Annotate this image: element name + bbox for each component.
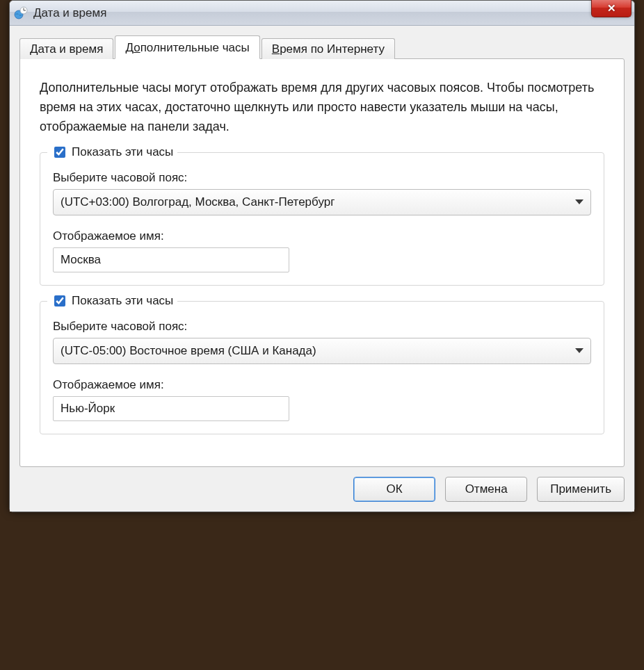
close-button[interactable]: ✕	[591, 0, 631, 17]
cancel-button[interactable]: Отмена	[445, 477, 527, 502]
tab-additional-clocks[interactable]: Дополнительные часы	[115, 35, 259, 59]
clock1-tz-value: (UTC+03:00) Волгоград, Москва, Санкт-Пет…	[61, 195, 335, 209]
clock1-show-label: Показать эти часы	[72, 145, 173, 159]
clock2-tz-label: Выберите часовой пояс:	[53, 320, 591, 334]
tab-date-time[interactable]: Дата и время	[19, 38, 113, 59]
description-text: Дополнительные часы могут отображать вре…	[40, 79, 604, 137]
apply-button[interactable]: Применить	[537, 477, 625, 502]
tab-panel: Дополнительные часы могут отображать вре…	[19, 58, 625, 467]
clock2-show-checkbox[interactable]	[54, 295, 65, 307]
clock1-tz-label: Выберите часовой пояс:	[53, 171, 591, 185]
clock2-tz-combo[interactable]: (UTC-05:00) Восточное время (США и Канад…	[53, 338, 591, 364]
clock-world-icon	[14, 6, 28, 20]
button-row: ОК Отмена Применить	[19, 477, 625, 502]
clock2-legend: Показать эти часы	[47, 293, 177, 309]
chevron-down-icon	[575, 348, 583, 353]
client-area: Дата и время Дополнительные часы Время п…	[10, 26, 634, 512]
clock2-tz-value: (UTC-05:00) Восточное время (США и Канад…	[61, 344, 316, 358]
chevron-down-icon	[575, 199, 583, 204]
titlebar: Дата и время ✕	[10, 1, 634, 26]
clock2-name-input[interactable]	[53, 396, 289, 421]
clock1-group: Показать эти часы Выберите часовой пояс:…	[40, 152, 604, 286]
clock2-group: Показать эти часы Выберите часовой пояс:…	[40, 301, 604, 434]
tab-internet-time[interactable]: Время по Интернету	[261, 38, 395, 59]
window-title: Дата и время	[33, 6, 106, 20]
clock1-name-label: Отображаемое имя:	[53, 229, 591, 243]
clock2-show-label: Показать эти часы	[72, 294, 173, 308]
clock2-name-label: Отображаемое имя:	[53, 378, 591, 392]
clock1-show-checkbox[interactable]	[54, 147, 65, 158]
ok-button[interactable]: ОК	[353, 477, 435, 502]
clock1-legend: Показать эти часы	[47, 145, 177, 160]
clock1-name-input[interactable]	[53, 247, 289, 272]
clock1-tz-combo[interactable]: (UTC+03:00) Волгоград, Москва, Санкт-Пет…	[53, 189, 591, 215]
dialog-window: Дата и время ✕ Дата и время Дополнительн…	[9, 0, 635, 512]
close-icon: ✕	[607, 2, 616, 15]
tabstrip: Дата и время Дополнительные часы Время п…	[19, 35, 625, 58]
